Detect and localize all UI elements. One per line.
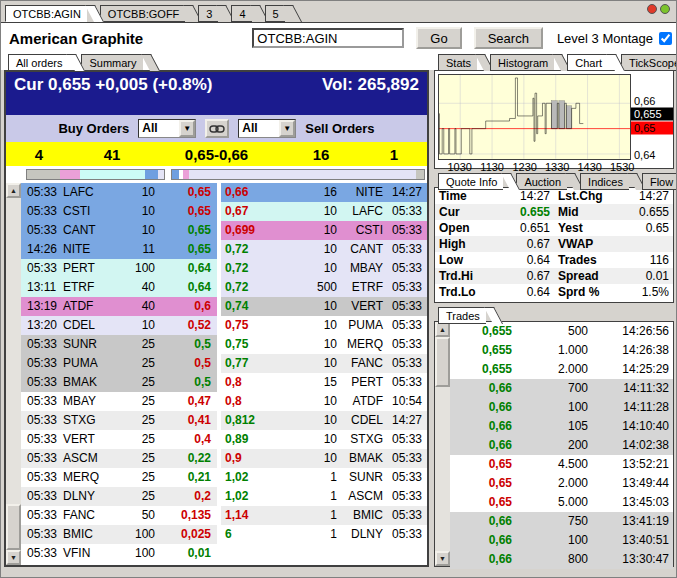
tab-4[interactable]: 4 [231,5,251,22]
orderbook-scrollbar[interactable]: ▲ ▼ [6,183,21,565]
buy-row[interactable]: 05:33PUMA250,5 [21,354,217,373]
sell-row[interactable]: 0,7510PUMA05:33 [221,316,427,335]
sell-row[interactable]: 0,7710FANC05:33 [221,354,427,373]
bid-price: 0,5 [155,373,217,392]
trade-row[interactable]: 0,6551.00014:26:38 [450,341,673,360]
link-filters-button[interactable] [205,119,229,138]
trade-row[interactable]: 0,6610014:11:28 [450,398,673,417]
trade-row[interactable]: 0,6675013:41:19 [450,512,673,531]
bid-price: 0,22 [155,449,217,468]
trade-row[interactable]: 0,652.00013:49:44 [450,474,673,493]
trade-row[interactable]: 0,654.50013:52:21 [450,455,673,474]
trade-row[interactable]: 0,6620014:02:38 [450,436,673,455]
tab-quote-info[interactable]: Quote Info [438,173,503,190]
tab-tickscope[interactable]: TickScope [621,54,677,71]
market-maker-id: CANT [63,221,115,240]
trade-row[interactable]: 0,6552.00014:25:29 [450,360,673,379]
go-button[interactable]: Go [416,27,461,49]
chevron-down-icon[interactable]: ▼ [179,120,195,137]
trade-price: 0,65 [450,493,512,512]
sell-row[interactable]: 0,815PERT05:33 [221,373,427,392]
sell-row[interactable] [221,544,427,563]
buy-row[interactable]: 05:33ASCM250,22 [21,449,217,468]
buy-row[interactable]: 13:11ETRF400,64 [21,278,217,297]
tab-summary[interactable]: Summary [81,54,142,71]
tab-flow[interactable]: Flow [642,173,677,190]
market-maker-id: SUNR [63,335,115,354]
buy-row[interactable]: 05:33VFIN1000,01 [21,544,217,563]
buy-row[interactable]: 05:33SUNR250,5 [21,335,217,354]
buy-row[interactable]: 05:33MBAY250,47 [21,392,217,411]
sell-row[interactable]: 0,81210CDEL14:27 [221,411,427,430]
sell-row[interactable]: 0,6710LAFC05:33 [221,202,427,221]
scroll-down-icon[interactable]: ▼ [435,551,450,566]
sell-row[interactable]: 0,910BMAK05:33 [221,449,427,468]
trade-row[interactable]: 0,6670014:11:32 [450,379,673,398]
trade-row[interactable]: 0,6610013:40:51 [450,531,673,550]
buy-row[interactable]: 05:33LAFC100,65 [21,183,217,202]
sell-row[interactable]: 0,7210MBAY05:33 [221,259,427,278]
sell-row[interactable]: 0,69910CSTI05:33 [221,221,427,240]
sell-row[interactable]: 1,021SUNR05:33 [221,468,427,487]
buy-row[interactable]: 13:20CDEL100,52 [21,316,217,335]
sell-row[interactable]: 0,8910STXG05:33 [221,430,427,449]
buy-mmid-count: 4 [6,146,72,163]
trade-row[interactable]: 0,6610514:10:40 [450,417,673,436]
buy-row[interactable]: 05:33VERT250,4 [21,430,217,449]
buy-row[interactable]: 05:33BMIC1000,025 [21,525,217,544]
tab-3[interactable]: 3 [198,5,218,22]
tab-chart[interactable]: Chart [567,54,608,71]
sell-row[interactable]: 0,7510MERQ05:33 [221,335,427,354]
trade-time: 14:11:32 [588,379,673,398]
scrollbar-thumb[interactable] [6,504,21,550]
buy-row[interactable]: 05:33STXG250,41 [21,411,217,430]
scrollbar-track[interactable] [435,387,450,551]
scroll-up-icon[interactable]: ▲ [6,183,21,198]
sell-row[interactable]: 0,72500ETRF05:33 [221,278,427,297]
scroll-up-icon[interactable]: ▲ [435,322,450,337]
trade-row[interactable]: 0,65550014:26:56 [450,322,673,341]
buy-row[interactable]: 05:33CANT100,65 [21,221,217,240]
tab-otcbb-goff[interactable]: OTCBB:GOFF [100,5,186,22]
buy-row[interactable]: 05:33BMAK250,5 [21,373,217,392]
sell-row[interactable]: 61DLNY05:33 [221,525,427,544]
sell-row[interactable]: 0,7210CANT05:33 [221,240,427,259]
sell-row[interactable]: 0,810ATDF10:54 [221,392,427,411]
buy-row[interactable]: 05:33MERQ250,21 [21,468,217,487]
order-size: 10 [271,411,337,430]
buy-row[interactable]: 13:19ATDF400,6 [21,297,217,316]
scroll-down-icon[interactable]: ▼ [6,550,21,565]
tab-trades[interactable]: Trades [438,307,486,324]
tab-auction[interactable]: Auction [516,173,567,190]
buy-row[interactable]: 05:33PERT1000,64 [21,259,217,278]
symbol-input[interactable] [252,28,404,48]
buy-row[interactable]: 05:33CSTI100,65 [21,202,217,221]
tab-stats[interactable]: Stats [438,54,477,71]
scrollbar-thumb[interactable] [435,337,450,387]
tab-5[interactable]: 5 [265,5,285,22]
tab-all-orders[interactable]: All orders [8,54,68,71]
chevron-down-icon[interactable]: ▼ [279,120,295,137]
sell-filter-select[interactable]: All ▼ [238,119,296,138]
buy-row[interactable]: 05:33DLNY250,2 [21,487,217,506]
tab-otcbb-agin[interactable]: OTCBB:AGIN [5,5,87,22]
sell-row[interactable]: 1,021ASCM05:33 [221,487,427,506]
tab-indices[interactable]: Indices [580,173,629,190]
search-button[interactable]: Search [474,27,543,49]
quote-value [608,236,673,252]
trade-row[interactable]: 0,655.00013:45:03 [450,493,673,512]
trade-row[interactable]: 0,6680013:30:47 [450,550,673,569]
scrollbar-track[interactable] [6,198,21,504]
order-time: 13:19 [21,297,63,316]
buy-row[interactable]: 14:26NITE110,65 [21,240,217,259]
buy-row[interactable]: 05:33FANC500,135 [21,506,217,525]
sell-row[interactable]: 1,141BMIC05:33 [221,506,427,525]
tab-histogram[interactable]: Histogram [490,54,554,71]
sell-row[interactable]: 0,6616NITE14:27 [221,183,427,202]
buy-filter-select[interactable]: All ▼ [138,119,196,138]
bid-price: 0,65 [155,240,217,259]
trades-scrollbar[interactable]: ▲ ▼ [435,322,450,566]
order-size: 40 [115,297,155,316]
level3-montage-checkbox[interactable] [659,32,672,45]
sell-row[interactable]: 0,7410VERT05:33 [221,297,427,316]
